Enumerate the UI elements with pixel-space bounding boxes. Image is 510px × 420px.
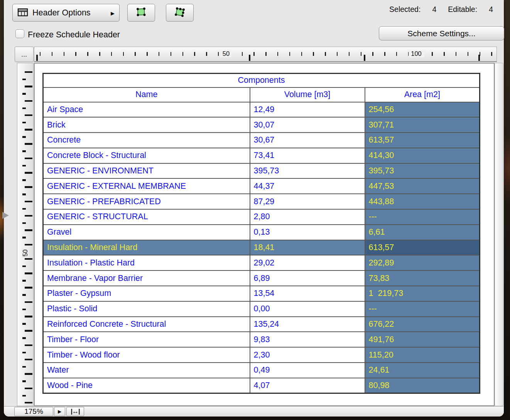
name-cell[interactable]: Membrane - Vapor Barrier xyxy=(43,270,250,286)
name-cell[interactable]: Concrete Block - Structural xyxy=(43,148,250,163)
column-header-volume[interactable]: Volume [m3] xyxy=(250,87,365,102)
name-cell[interactable]: Reinforced Concrete - Structural xyxy=(43,317,250,332)
volume-cell[interactable]: 0,00 xyxy=(250,301,365,317)
volume-cell[interactable]: 30,67 xyxy=(250,133,365,148)
name-cell[interactable]: Brick xyxy=(43,117,250,133)
volume-cell[interactable]: 0,13 xyxy=(250,225,365,240)
volume-cell[interactable]: 4,07 xyxy=(250,378,365,393)
column-header-name[interactable]: Name xyxy=(43,87,250,102)
fit-width-button[interactable]: |↔| xyxy=(66,407,84,416)
horizontal-ruler-ticks xyxy=(40,52,494,56)
volume-cell[interactable]: 12,49 xyxy=(250,102,365,118)
volume-cell[interactable]: 9,83 xyxy=(250,332,365,347)
name-cell[interactable]: GENERIC - STRUCTURAL xyxy=(43,209,250,225)
table-row: GENERIC - PREFABRICATED87,29443,88 xyxy=(43,194,480,209)
name-cell[interactable]: Insulation - Plastic Hard xyxy=(43,255,250,270)
name-cell[interactable]: Water xyxy=(43,363,250,378)
volume-cell[interactable]: 2,80 xyxy=(250,209,365,225)
area-cell[interactable]: 491,76 xyxy=(365,332,480,347)
table-title-row: Components xyxy=(43,74,480,87)
area-cell[interactable]: 613,57 xyxy=(365,240,480,255)
polygon-select-button[interactable] xyxy=(166,4,194,22)
name-cell[interactable]: Timber - Wood floor xyxy=(43,347,250,363)
area-cell[interactable]: 254,56 xyxy=(365,102,480,118)
area-cell[interactable]: 73,83 xyxy=(365,270,480,286)
pane-splitter-arrow-icon[interactable] xyxy=(2,212,9,219)
volume-cell[interactable]: 6,89 xyxy=(250,270,365,286)
name-cell[interactable]: Wood - Pine xyxy=(43,378,250,393)
name-cell[interactable]: Insulation - Mineral Hard xyxy=(43,240,250,255)
freeze-header-checkbox-label[interactable]: Freeze Schedule Header xyxy=(28,30,120,40)
area-cell[interactable]: --- xyxy=(365,301,480,317)
volume-cell[interactable]: 2,30 xyxy=(250,347,365,363)
horizontal-ruler-label-50: 50 xyxy=(220,50,232,57)
vertical-ruler-ticks-short xyxy=(22,79,26,404)
volume-cell[interactable]: 13,54 xyxy=(250,286,365,301)
volume-cell[interactable]: 87,29 xyxy=(250,194,365,209)
name-cell[interactable]: Plaster - Gypsum xyxy=(43,286,250,301)
table-body: Components Name Volume [m3] Area [m2] Ai… xyxy=(43,74,480,393)
volume-cell[interactable]: 135,24 xyxy=(250,317,365,332)
name-cell[interactable]: Timber - Floor xyxy=(43,332,250,347)
area-cell[interactable]: 6,61 xyxy=(365,225,480,240)
ruler-options-button[interactable]: ... xyxy=(15,47,34,62)
column-header-area[interactable]: Area [m2] xyxy=(365,87,480,102)
area-cell[interactable]: 292,89 xyxy=(365,255,480,270)
horizontal-ruler[interactable]: 50 100 xyxy=(34,47,497,62)
screenshot-root: Header Options ▶ xyxy=(0,0,510,420)
area-cell[interactable]: 613,57 xyxy=(365,133,480,148)
table-row: Wood - Pine4,0780,98 xyxy=(43,378,480,393)
name-cell[interactable]: Gravel xyxy=(43,225,250,240)
volume-cell[interactable]: 0,49 xyxy=(250,363,365,378)
name-cell[interactable]: GENERIC - PREFABRICATED xyxy=(43,194,250,209)
vertical-ruler[interactable]: 50 xyxy=(17,63,34,406)
components-schedule-table: Components Name Volume [m3] Area [m2] Ai… xyxy=(42,73,480,394)
area-cell[interactable]: 395,73 xyxy=(365,163,480,179)
name-cell[interactable]: GENERIC - EXTERNAL MEMBRANE xyxy=(43,178,250,194)
table-header-row: Name Volume [m3] Area [m2] xyxy=(43,87,480,102)
header-options-button[interactable]: Header Options ▶ xyxy=(12,4,120,22)
fit-width-icon: |↔| xyxy=(71,408,80,415)
table-row: GENERIC - ENVIRONMENT395,73395,73 xyxy=(43,163,480,179)
area-cell[interactable]: 307,71 xyxy=(365,117,480,133)
volume-cell[interactable]: 29,02 xyxy=(250,255,365,270)
scheme-settings-button[interactable]: Scheme Settings... xyxy=(379,26,504,40)
area-cell[interactable]: 443,88 xyxy=(365,194,480,209)
zoom-menu-button[interactable]: ▶ xyxy=(54,407,65,416)
editable-count: 4 xyxy=(489,5,493,14)
area-cell[interactable]: 676,22 xyxy=(365,317,480,332)
table-row: Timber - Floor9,83491,76 xyxy=(43,332,480,347)
name-cell[interactable]: Air Space xyxy=(43,102,250,118)
table-row: Insulation - Mineral Hard18,41613,57 xyxy=(43,240,480,255)
name-cell[interactable]: Concrete xyxy=(43,133,250,148)
volume-cell[interactable]: 18,41 xyxy=(250,240,365,255)
vertical-scrollbar[interactable] xyxy=(495,63,503,406)
area-cell[interactable]: 447,53 xyxy=(365,178,480,194)
volume-cell[interactable]: 73,41 xyxy=(250,148,365,163)
table-row: GENERIC - EXTERNAL MEMBRANE44,37447,53 xyxy=(43,178,480,194)
column-guide-mark xyxy=(364,55,365,61)
area-cell[interactable]: 115,20 xyxy=(365,347,480,363)
area-cell[interactable]: 414,30 xyxy=(365,148,480,163)
editable-label: Editable: xyxy=(448,5,477,14)
status-bar: 175% ▶ |↔| xyxy=(4,406,504,417)
area-cell[interactable]: --- xyxy=(365,209,480,225)
marquee-select-button[interactable] xyxy=(127,4,155,22)
area-cell[interactable]: 1 219,73 xyxy=(365,286,480,301)
volume-cell[interactable]: 395,73 xyxy=(250,163,365,179)
marquee-square-icon xyxy=(134,5,149,21)
volume-cell[interactable]: 30,07 xyxy=(250,117,365,133)
freeze-header-checkbox[interactable] xyxy=(15,29,24,38)
selected-label: Selected: xyxy=(389,5,420,14)
drawing-area: Components Name Volume [m3] Area [m2] Ai… xyxy=(34,63,495,406)
zoom-level-button[interactable]: 175% xyxy=(14,407,53,416)
volume-cell[interactable]: 44,37 xyxy=(250,178,365,194)
vertical-ruler-ticks-long xyxy=(25,71,32,404)
area-cell[interactable]: 80,98 xyxy=(365,378,480,393)
flyout-arrow-icon: ▶ xyxy=(111,10,115,16)
name-cell[interactable]: GENERIC - ENVIRONMENT xyxy=(43,163,250,179)
name-cell[interactable]: Plastic - Solid xyxy=(43,301,250,317)
area-cell[interactable]: 24,61 xyxy=(365,363,480,378)
polygon-select-icon xyxy=(172,5,187,21)
selection-info: Selected: 4 Editable: 4 xyxy=(389,5,493,14)
